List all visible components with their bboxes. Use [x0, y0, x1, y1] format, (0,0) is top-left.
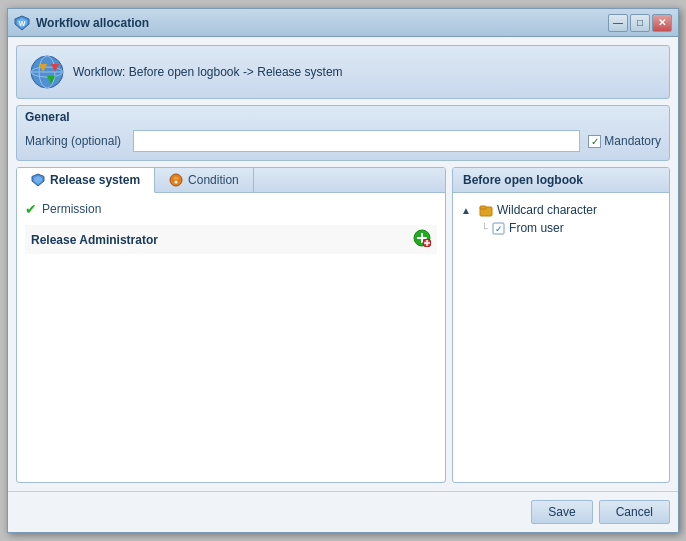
check-icon: ✔ [25, 201, 37, 217]
tab-condition-label: Condition [188, 173, 239, 187]
tab-content: ✔ Permission Release Administrator [17, 193, 445, 482]
window-title: Workflow allocation [36, 16, 608, 30]
general-section: General Marking (optional) Mandatory [16, 105, 670, 161]
title-bar: W Workflow allocation — □ ✕ [8, 9, 678, 37]
save-button[interactable]: Save [531, 500, 592, 524]
tab-condition[interactable]: Condition [155, 168, 254, 192]
tree-node-wildcard: ▲ Wildcard character [461, 201, 661, 219]
window-content: Workflow: Before open logbook -> Release… [8, 37, 678, 491]
permission-entry: Release Administrator [31, 233, 158, 247]
right-panel: Before open logbook ▲ Wildcard character [452, 167, 670, 483]
right-panel-header: Before open logbook [453, 168, 669, 193]
svg-point-12 [170, 174, 182, 186]
marking-input[interactable] [133, 130, 580, 152]
left-panel: Release system Condition ✔ Perm [16, 167, 446, 483]
tree-toggle-wildcard[interactable]: ▲ [461, 205, 475, 216]
svg-point-13 [175, 181, 178, 184]
permission-header: ✔ Permission [25, 201, 437, 217]
svg-text:W: W [19, 20, 26, 27]
marking-label: Marking (optional) [25, 134, 125, 148]
svg-text:✓: ✓ [495, 224, 503, 234]
footer: Save Cancel [8, 491, 678, 532]
workflow-allocation-window: W Workflow allocation — □ ✕ [7, 8, 679, 533]
tree-content: ▲ Wildcard character └ [453, 193, 669, 482]
tree-line: └ [481, 223, 488, 234]
permission-row: Release Administrator [25, 225, 437, 254]
main-area: Release system Condition ✔ Perm [16, 167, 670, 483]
workflow-icon [29, 54, 65, 90]
tabs: Release system Condition [17, 168, 445, 193]
tree-node-from-user-label: From user [509, 221, 564, 235]
condition-tab-icon [169, 173, 183, 187]
cancel-button[interactable]: Cancel [599, 500, 670, 524]
maximize-button[interactable]: □ [630, 14, 650, 32]
mandatory-checkbox[interactable] [588, 135, 601, 148]
tree-node-wildcard-label: Wildcard character [497, 203, 597, 217]
tab-release-system-label: Release system [50, 173, 140, 187]
add-permission-button[interactable] [413, 229, 431, 250]
tree-node-from-user: └ ✓ From user [481, 219, 661, 237]
marking-row: Marking (optional) Mandatory [25, 130, 661, 152]
tab-release-system[interactable]: Release system [17, 168, 155, 193]
mandatory-label: Mandatory [604, 134, 661, 148]
minimize-button[interactable]: — [608, 14, 628, 32]
shield-tab-icon [31, 173, 45, 187]
window-controls: — □ ✕ [608, 14, 672, 32]
folder-icon [479, 203, 493, 217]
close-button[interactable]: ✕ [652, 14, 672, 32]
permission-header-label: Permission [42, 202, 101, 216]
svg-rect-21 [480, 206, 486, 209]
general-title: General [25, 110, 661, 124]
workflow-header: Workflow: Before open logbook -> Release… [16, 45, 670, 99]
mandatory-check: Mandatory [588, 134, 661, 148]
title-bar-icon: W [14, 15, 30, 31]
tree-checkbox-icon: ✓ [492, 222, 505, 235]
workflow-header-text: Workflow: Before open logbook -> Release… [73, 65, 343, 79]
